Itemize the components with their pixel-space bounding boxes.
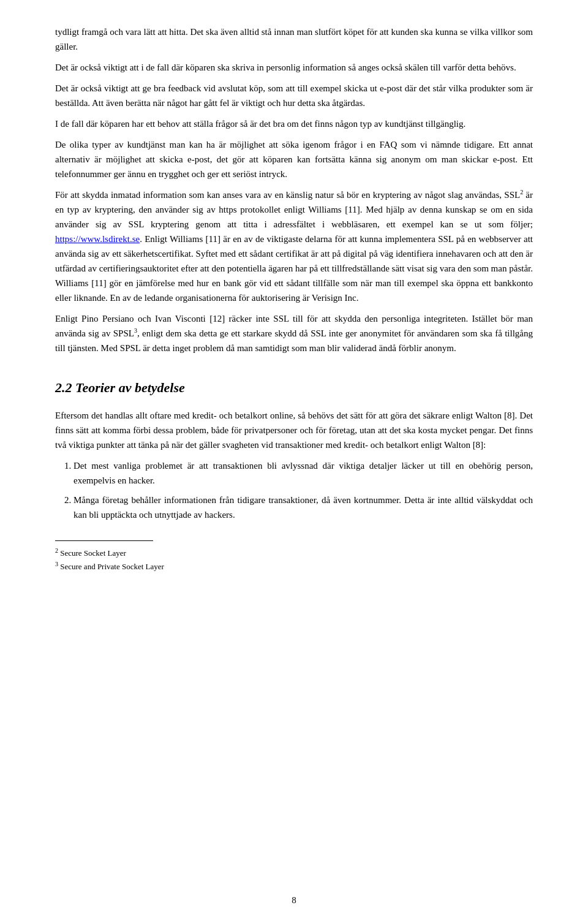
lsdirekt-link[interactable]: https://www.lsdirekt.se	[55, 234, 140, 244]
section-heading-2-2: 2.2 Teorier av betydelse	[55, 380, 533, 396]
walton-list: Det mest vanliga problemet är att transa…	[74, 458, 533, 522]
footnote-divider	[55, 540, 153, 541]
list-item-2: Många företag behåller informationen frå…	[74, 493, 533, 522]
footnote-2-number: 2	[55, 547, 58, 554]
section-2-2-paragraph-1: Eftersom det handlas allt oftare med kre…	[55, 408, 533, 452]
list-item-1: Det mest vanliga problemet är att transa…	[74, 458, 533, 488]
footnote-3: 3 Secure and Private Socket Layer	[55, 559, 533, 573]
paragraph-1: tydligt framgå och vara lätt att hitta. …	[55, 25, 533, 54]
footnote-3-number: 3	[55, 561, 58, 567]
paragraph-5: De olika typer av kundtjänst man kan ha …	[55, 137, 533, 181]
ssl-superscript: 2	[520, 189, 523, 195]
paragraph-ssl: För att skydda inmatad information som k…	[55, 187, 533, 305]
paragraph-spsl: Enligt Pino Persiano och Ivan Visconti […	[55, 311, 533, 355]
footnote-2-label: Secure Socket Layer	[60, 548, 126, 558]
page-number: 8	[292, 895, 296, 906]
paragraph-4: I de fall där köparen har ett behov att …	[55, 116, 533, 131]
spsl-superscript: 3	[134, 327, 137, 334]
page: tydligt framgå och vara lätt att hitta. …	[0, 0, 588, 924]
footnote-3-label: Secure and Private Socket Layer	[60, 562, 164, 571]
paragraph-2: Det är också viktigt att i de fall där k…	[55, 60, 533, 75]
paragraph-3: Det är också viktigt att ge bra feedback…	[55, 81, 533, 110]
footnote-2: 2 Secure Socket Layer	[55, 546, 533, 559]
